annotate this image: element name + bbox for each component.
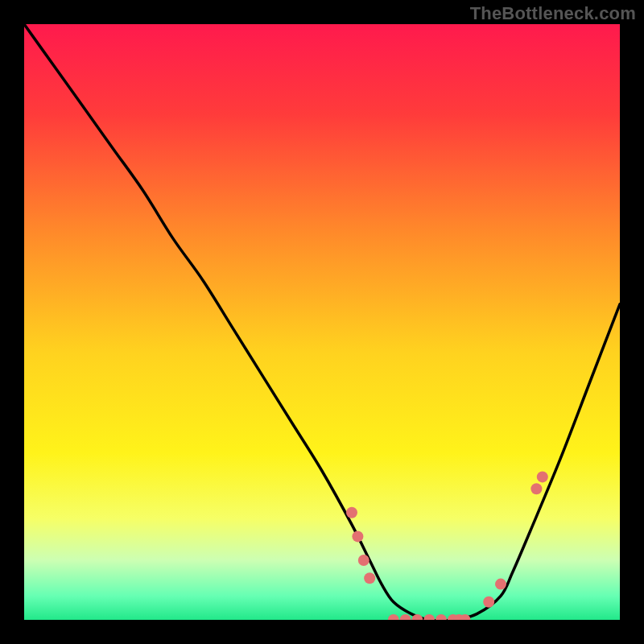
data-marker	[358, 555, 369, 566]
data-marker	[423, 614, 435, 620]
data-marker	[436, 614, 447, 620]
data-marker	[364, 572, 375, 584]
data-marker	[537, 471, 548, 482]
bottleneck-curve	[24, 24, 620, 620]
data-marker	[400, 614, 411, 620]
data-marker	[352, 530, 363, 542]
data-marker	[530, 483, 542, 494]
data-marker	[346, 507, 357, 518]
data-marker	[483, 597, 494, 608]
watermark-text: TheBottleneck.com	[470, 3, 636, 24]
curve-layer	[24, 24, 620, 620]
plot-area	[24, 24, 620, 620]
data-marker	[495, 579, 506, 590]
marker-group	[346, 471, 548, 620]
data-marker	[388, 614, 399, 620]
chart-frame: TheBottleneck.com	[0, 0, 644, 644]
